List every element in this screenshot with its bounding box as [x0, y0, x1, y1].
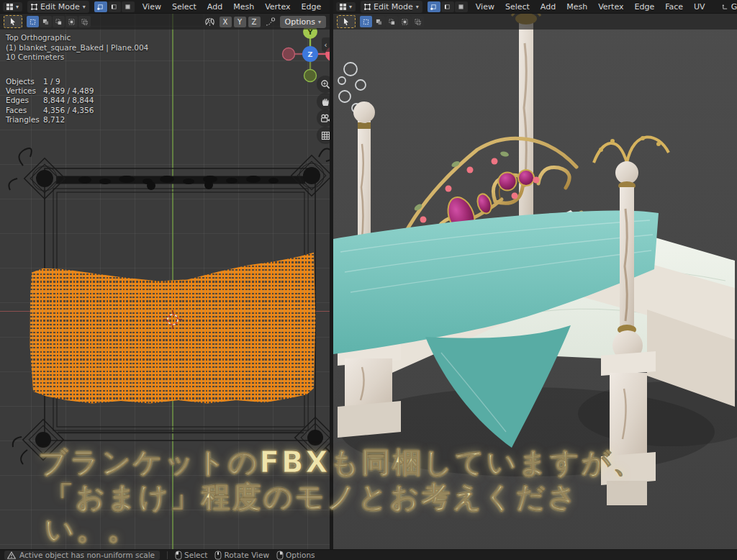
vertex-select-button[interactable] [94, 1, 107, 12]
hint-options: Options [276, 551, 315, 560]
active-tool-select-box-button[interactable] [4, 15, 22, 28]
viewport-right-tool-header [333, 14, 737, 30]
left-mouse-icon [175, 551, 182, 560]
select-invert-icon [68, 19, 75, 25]
viewport-rendered[interactable]: ▾ Edit Mode ▾ View Select Add Mesh Verte… [333, 0, 737, 549]
sidebar-toggle[interactable]: ‹ [322, 37, 330, 52]
status-bar: Active object has non-uniform scale Sele… [0, 549, 737, 560]
select-extend-icon [376, 19, 382, 25]
select-extend-icon [42, 19, 49, 25]
menu-view[interactable]: View [473, 1, 497, 13]
viewport-info-text: Top Orthographic (1) blanket_square_Bake… [6, 33, 148, 63]
viewport-left-header: ▾ Edit Mode ▾ View Select Add Mesh Verte… [0, 0, 330, 14]
menu-mesh[interactable]: Mesh [564, 1, 590, 13]
edge-select-icon [444, 4, 451, 10]
select-cursor-icon [9, 17, 17, 26]
select-set-button[interactable] [360, 16, 372, 27]
status-warning: Active object has non-uniform scale [4, 551, 160, 560]
menu-edge[interactable]: Edge [631, 1, 657, 13]
select-subtract-icon [389, 19, 395, 25]
select-intersect-icon [81, 19, 88, 25]
edge-select-icon [111, 4, 117, 10]
select-invert-button[interactable] [399, 16, 411, 27]
select-invert-button[interactable] [65, 16, 78, 27]
select-intersect-icon [415, 19, 421, 25]
caret-icon: ▾ [83, 4, 86, 10]
viewport-wireframe[interactable]: ▾ Edit Mode ▾ View Select Add Mesh Verte… [0, 0, 330, 549]
menu-mesh[interactable]: Mesh [230, 1, 257, 13]
blender-window: ▾ Edit Mode ▾ View Select Add Mesh Verte… [0, 0, 737, 560]
menu-vertex[interactable]: Vertex [262, 1, 293, 13]
select-extend-button[interactable] [40, 16, 52, 27]
mirror-icon[interactable] [204, 17, 215, 27]
caret-icon: ▾ [349, 4, 352, 10]
camera-view-button[interactable] [317, 109, 330, 127]
select-intersect-button[interactable] [78, 16, 91, 27]
options-label: Options [285, 17, 315, 27]
orientation-icon [722, 4, 728, 10]
face-select-icon [458, 4, 464, 10]
caret-icon: ▾ [416, 4, 419, 10]
menu-view[interactable]: View [140, 1, 164, 13]
edit-mode-icon [31, 4, 37, 10]
menu-add[interactable]: Add [538, 1, 559, 13]
select-invert-icon [402, 19, 408, 25]
edge-select-button[interactable] [108, 1, 121, 12]
svg-text:Y: Y [307, 29, 313, 36]
mirror-z-button[interactable]: Z [248, 17, 261, 27]
snap-falloff-icon[interactable] [265, 17, 276, 27]
pan-button[interactable] [317, 93, 330, 110]
magnifier-icon [320, 79, 330, 89]
editor-type-button[interactable]: ▾ [3, 2, 22, 12]
editor-type-button[interactable]: ▾ [336, 2, 356, 12]
menu-vertex[interactable]: Vertex [595, 1, 626, 13]
camera-icon [320, 114, 330, 123]
menu-select[interactable]: Select [169, 1, 199, 13]
warning-text: Active object has non-uniform scale [19, 551, 155, 559]
menu-add[interactable]: Add [204, 1, 225, 13]
mode-label: Edit Mode [40, 2, 80, 12]
select-set-icon [363, 19, 369, 25]
select-subtract-button[interactable] [53, 16, 65, 27]
menu-edge[interactable]: Edge [298, 1, 324, 13]
select-subtract-button[interactable] [386, 16, 398, 27]
gizmo-neg-x-axis[interactable] [283, 48, 295, 60]
menu-face[interactable]: Face [662, 1, 686, 13]
caret-icon: ▾ [318, 19, 321, 25]
gizmo-neg-y-axis[interactable] [304, 70, 317, 82]
active-object-name: (1) blanket_square_Baked | Plane.004 [6, 43, 148, 53]
select-set-button[interactable] [27, 16, 39, 27]
view-name: Top Orthographic [6, 33, 148, 43]
menu-select[interactable]: Select [502, 1, 533, 13]
orientation-dropdown-right[interactable]: Global ▾ [718, 1, 737, 13]
menu-uv[interactable]: UV [691, 1, 708, 13]
select-set-icon [30, 19, 36, 25]
caret-icon: ▾ [16, 4, 19, 10]
menu-face[interactable]: Face [329, 1, 330, 13]
face-select-button[interactable] [455, 1, 468, 12]
mirror-x-button[interactable]: X [220, 17, 232, 27]
select-intersect-button[interactable] [412, 16, 424, 27]
active-tool-select-box-button[interactable] [337, 15, 356, 28]
mirror-y-button[interactable]: Y [234, 17, 246, 27]
vertex-select-button[interactable] [428, 1, 440, 12]
edge-select-button[interactable] [441, 1, 454, 12]
edit-mode-icon [364, 4, 371, 10]
select-subtract-icon [55, 19, 62, 25]
svg-text:Z: Z [308, 50, 313, 58]
right-mouse-icon [276, 551, 284, 560]
mode-dropdown-right[interactable]: Edit Mode ▾ [361, 1, 422, 13]
select-extend-button[interactable] [373, 16, 385, 27]
middle-mouse-icon [214, 551, 222, 560]
face-select-button[interactable] [122, 1, 135, 12]
hand-icon [321, 97, 330, 107]
select-cursor-icon [342, 17, 351, 26]
viewport-left-tool-header: X Y Z Options ▾ [0, 14, 330, 30]
zoom-button[interactable] [317, 76, 330, 93]
mode-dropdown-left[interactable]: Edit Mode ▾ [27, 1, 89, 13]
warning-icon [7, 551, 16, 559]
tool-options-button[interactable]: Options ▾ [280, 16, 326, 28]
vertex-select-icon [97, 4, 104, 10]
editor-type-icon [6, 4, 13, 10]
toggle-grid-button[interactable] [317, 127, 330, 144]
